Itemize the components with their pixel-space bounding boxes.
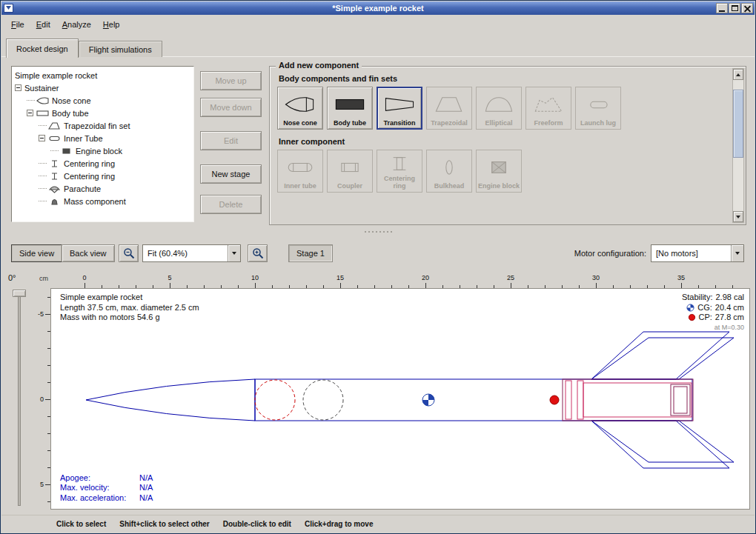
- move-up-button[interactable]: Move up: [200, 71, 262, 90]
- scroll-up-button[interactable]: [733, 69, 743, 80]
- group-scrollbar[interactable]: [732, 68, 744, 223]
- tree-item-simple-example-rocket[interactable]: Simple example rocket: [15, 69, 193, 81]
- edit-button[interactable]: Edit: [200, 131, 262, 150]
- tree-item-label: Centering ring: [64, 172, 115, 181]
- arrow-down-icon: [736, 216, 740, 218]
- close-button[interactable]: [741, 3, 753, 13]
- rocket-info: Simple example rocket Length 37.5 cm, ma…: [60, 293, 199, 323]
- parachute-icon: [48, 184, 61, 193]
- minimize-button[interactable]: [716, 3, 728, 13]
- side-view-button[interactable]: Side view: [11, 244, 62, 262]
- component-button-row: Nose coneBody tubeTransitionTrapezoidalE…: [270, 87, 746, 130]
- add-bulkhead-button[interactable]: Bulkhead: [426, 150, 472, 193]
- close-icon: [744, 5, 751, 12]
- section-label-inner-component: Inner component: [279, 137, 746, 146]
- body-outline[interactable]: [86, 379, 692, 421]
- cp-icon: [688, 313, 696, 321]
- add-coupler-button[interactable]: Coupler: [327, 150, 373, 193]
- scroll-down-button[interactable]: [733, 211, 743, 222]
- zoom-select[interactable]: Fit (60.4%): [142, 244, 241, 262]
- zoom-select-arrow[interactable]: [228, 245, 240, 261]
- back-view-button[interactable]: Back view: [62, 244, 115, 262]
- fin-set-outline[interactable]: [591, 332, 734, 468]
- menu-edit[interactable]: Edit: [30, 18, 56, 31]
- zoom-out-button[interactable]: [119, 244, 139, 262]
- tree-item-centering-ring[interactable]: Centering ring: [15, 170, 193, 182]
- motor-config-arrow[interactable]: [731, 245, 743, 261]
- tab-rocket-design[interactable]: Rocket design: [6, 39, 79, 58]
- tree-expander-minus-icon[interactable]: [15, 84, 21, 91]
- body-tube-icon: [328, 90, 371, 119]
- rocket-canvas[interactable]: Simple example rocket Length 37.5 cm, ma…: [50, 288, 750, 510]
- menu-file[interactable]: File: [5, 18, 30, 31]
- tree-item-engine-block[interactable]: Engine block: [15, 144, 193, 157]
- engine-block-outline[interactable]: [563, 379, 693, 421]
- component-button-label: Centering ring: [378, 175, 421, 190]
- tree-item-mass-component[interactable]: Mass component: [15, 195, 193, 207]
- title-bar[interactable]: *Simple example rocket: [1, 1, 755, 15]
- tree-expander-minus-icon[interactable]: [39, 135, 45, 141]
- maximize-button[interactable]: [729, 3, 740, 13]
- component-button-label: Elliptical: [485, 119, 512, 127]
- ruler-label: 0: [40, 396, 44, 403]
- tree-item-parachute[interactable]: Parachute: [15, 182, 193, 195]
- motor-config-select[interactable]: [No motors]: [651, 244, 744, 262]
- status-hint: Click+drag to move: [305, 520, 374, 528]
- tree-item-centering-ring[interactable]: Centering ring: [15, 157, 193, 170]
- add-launch-lug-button[interactable]: Launch lug: [575, 87, 621, 130]
- mass-component-outline[interactable]: [303, 380, 343, 420]
- menu-help[interactable]: Help: [97, 18, 126, 31]
- splitter-handle[interactable]: [1, 228, 755, 236]
- engine-block-icon: [60, 147, 73, 156]
- add-freeform-button[interactable]: Freeform: [525, 87, 571, 130]
- tree-item-body-tube[interactable]: Body tube: [15, 107, 193, 119]
- add-nose-cone-button[interactable]: Nose cone: [277, 87, 323, 130]
- add-engine-block-button[interactable]: Engine block: [476, 150, 522, 193]
- add-body-tube-button[interactable]: Body tube: [327, 87, 373, 130]
- elliptical-fin-icon: [477, 90, 520, 119]
- motor-configuration: Motor configuration: [No motors]: [574, 244, 744, 262]
- add-transition-button[interactable]: Transition: [377, 87, 422, 130]
- inner-components-outline[interactable]: [566, 381, 692, 419]
- move-down-button[interactable]: Move down: [200, 98, 262, 117]
- view-toolbar: Side view Back view Fit (60.4%) Stage 1 …: [1, 241, 755, 267]
- menu-analyze[interactable]: Analyze: [56, 18, 97, 31]
- rotation-slider-handle[interactable]: [13, 290, 26, 297]
- tree-item-inner-tube[interactable]: Inner Tube: [15, 132, 193, 144]
- tree-item-trapezoidal-fin-set[interactable]: Trapezoidal fin set: [15, 119, 193, 132]
- window-title: *Simple example rocket: [1, 4, 755, 13]
- flight-stat-row: Apogee:N/A: [60, 473, 153, 484]
- zoom-in-button[interactable]: [248, 244, 268, 262]
- add-trapezoidal-button[interactable]: Trapezoidal: [426, 87, 472, 130]
- rocket-mass: Mass with no motors 54.6 g: [60, 313, 199, 323]
- ruler-tick: [170, 283, 170, 288]
- stability-block: Stability: 2.98 cal CG: 20.4 cm: [682, 293, 744, 333]
- component-tree[interactable]: Simple example rocketSustainerNose coneB…: [11, 66, 194, 222]
- component-button-label: Trapezoidal: [431, 119, 468, 127]
- scrollbar-thumb[interactable]: [733, 90, 743, 158]
- flight-stat-label: Apogee:: [60, 473, 139, 484]
- freeform-fin-icon: [527, 90, 570, 119]
- ruler-vertical: -505: [36, 288, 50, 510]
- tree-item-label: Centering ring: [64, 159, 115, 168]
- tree-connector: [39, 188, 47, 189]
- add-centering-ring-button[interactable]: Centering ring: [377, 150, 422, 193]
- ruler-tick: [681, 283, 682, 288]
- add-elliptical-button[interactable]: Elliptical: [476, 87, 522, 130]
- nose-cone-icon: [36, 96, 49, 105]
- parachute-outline[interactable]: [255, 380, 295, 420]
- stage-1-toggle[interactable]: Stage 1: [288, 244, 333, 262]
- add-inner-tube-button[interactable]: Inner tube: [277, 150, 323, 193]
- new-stage-button[interactable]: New stage: [200, 164, 262, 184]
- status-hint: Double-click to edit: [223, 520, 291, 528]
- tab-flight-simulations[interactable]: Flight simulations: [79, 41, 162, 57]
- arrow-up-icon: [736, 73, 740, 76]
- tree-item-nose-cone[interactable]: Nose cone: [15, 94, 193, 107]
- delete-button[interactable]: Delete: [200, 195, 262, 214]
- tree-item-label: Simple example rocket: [15, 71, 97, 80]
- rotation-slider-track[interactable]: [18, 291, 21, 506]
- tree-item-sustainer[interactable]: Sustainer: [15, 81, 193, 94]
- inner-tube-icon: [279, 153, 322, 182]
- flight-stat-row: Max. acceleration:N/A: [60, 493, 153, 504]
- tree-expander-minus-icon[interactable]: [27, 110, 33, 116]
